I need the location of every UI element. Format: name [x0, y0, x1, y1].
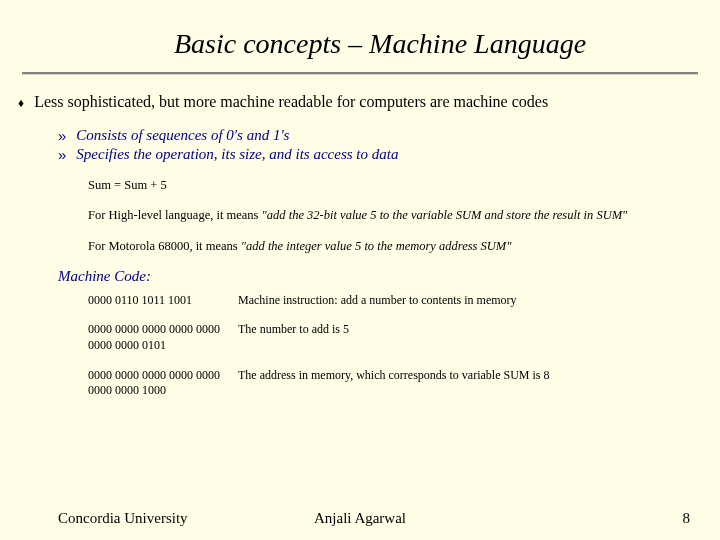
table-row: 0000 0000 0000 0000 0000 0000 0000 1000 …	[88, 368, 700, 399]
example-block: Sum = Sum + 5 For High-level language, i…	[88, 177, 690, 254]
mc-bits: 0000 0110 1011 1001	[88, 293, 238, 309]
sub-bullet: » Consists of sequences of 0's and 1's	[58, 127, 720, 144]
footer: Concordia University Anjali Agarwal 8	[0, 510, 720, 527]
machine-code-table: 0000 0110 1011 1001 Machine instruction:…	[88, 293, 700, 399]
divider-bottom	[22, 74, 698, 75]
text: For Motorola 68000, it means	[88, 239, 241, 253]
main-bullet: ♦ Less sophisticated, but more machine r…	[18, 93, 702, 113]
text: For High-level language, it means	[88, 208, 262, 222]
example-highlevel: For High-level language, it means "add t…	[88, 207, 690, 223]
footer-page-number: 8	[683, 510, 691, 527]
main-bullet-text: Less sophisticated, but more machine rea…	[34, 93, 548, 111]
slide-title: Basic concepts – Machine Language	[0, 0, 720, 72]
mc-bits: 0000 0000 0000 0000 0000 0000 0000 1000	[88, 368, 238, 399]
arrow-icon: »	[58, 127, 66, 144]
sub-bullet-text: Specifies the operation, its size, and i…	[76, 146, 398, 163]
mc-desc: The number to add is 5	[238, 322, 700, 338]
footer-left: Concordia University	[58, 510, 188, 527]
table-row: 0000 0110 1011 1001 Machine instruction:…	[88, 293, 700, 309]
table-row: 0000 0000 0000 0000 0000 0000 0000 0101 …	[88, 322, 700, 353]
mc-bits: 0000 0000 0000 0000 0000 0000 0000 0101	[88, 322, 238, 353]
example-code: Sum = Sum + 5	[88, 177, 690, 193]
mc-desc: Machine instruction: add a number to con…	[238, 293, 700, 309]
text-italic: "add the 32-bit value 5 to the variable …	[262, 208, 628, 222]
sub-bullet-list: » Consists of sequences of 0's and 1's »…	[58, 127, 720, 163]
machine-code-header: Machine Code:	[58, 268, 720, 285]
text-italic: "add the integer value 5 to the memory a…	[241, 239, 512, 253]
footer-center: Anjali Agarwal	[314, 510, 406, 527]
sub-bullet-text: Consists of sequences of 0's and 1's	[76, 127, 289, 144]
mc-desc: The address in memory, which corresponds…	[238, 368, 700, 384]
sub-bullet: » Specifies the operation, its size, and…	[58, 146, 720, 163]
arrow-icon: »	[58, 146, 66, 163]
example-motorola: For Motorola 68000, it means "add the in…	[88, 238, 690, 254]
diamond-icon: ♦	[18, 93, 24, 113]
